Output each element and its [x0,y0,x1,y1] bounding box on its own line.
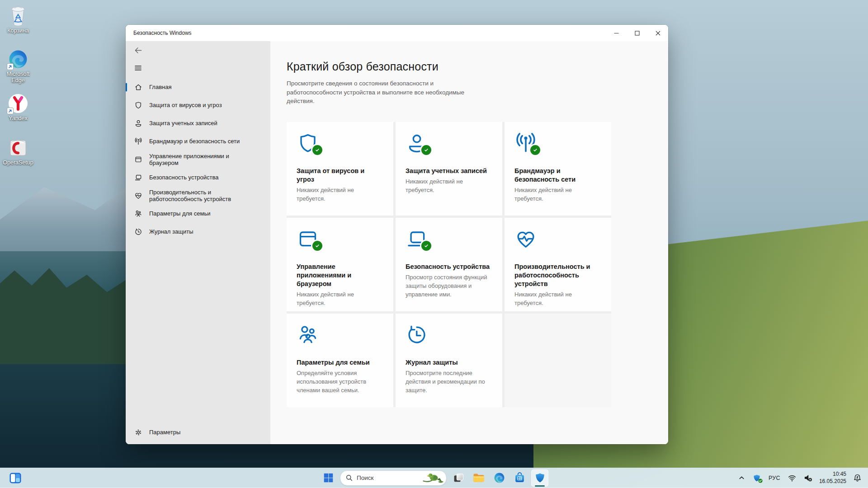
card-device-health[interactable]: Производительность и работоспособность у… [505,218,611,311]
main-content: Краткий обзор безопасности Просмотрите с… [270,41,668,444]
back-button[interactable] [130,43,146,57]
edge-icon [494,472,505,483]
sidebar-item-device-health[interactable]: Производительность и работоспособность у… [126,187,270,205]
card-app-browser-control[interactable]: Управление приложениями и браузером Ника… [287,218,393,311]
close-button[interactable] [647,25,668,41]
opera-setup-icon [8,137,28,158]
sidebar-item-label: Главная [149,84,171,90]
sidebar-item-label: Производительность и работоспособность у… [149,189,231,203]
taskbar-search-box[interactable]: Поиск [340,470,447,486]
sidebar-item-settings[interactable]: Параметры [126,423,270,441]
notifications-dnd-button[interactable] [850,469,864,487]
window-title: Безопасность Windows [126,30,192,36]
hamburger-menu-button[interactable] [130,61,146,75]
wifi-button[interactable] [785,469,799,487]
desktop-icon-recycle-bin[interactable]: Корзина [4,5,33,34]
device-laptop-icon [134,174,142,182]
microsoft-store-button[interactable] [511,469,528,487]
card-status: Никаких действий не требуется. [514,291,601,308]
desktop-icon-label: Microsoft Edge [7,71,30,84]
status-ok-check-icon [420,239,433,252]
sidebar-item-label: Управление приложениями и браузером [149,153,229,167]
sidebar-item-device-security[interactable]: Безопасность устройства [126,169,270,187]
sidebar: Главная Защита от вирусов и угроз Защита… [126,41,270,444]
card-title: Производительность и работоспособность у… [514,263,601,288]
card-title: Журнал защиты [406,358,492,367]
card-device-security[interactable]: Безопасность устройства Просмотр состоян… [396,218,502,311]
card-title: Брандмауэр и безопасность сети [514,167,601,184]
app-browser-icon [134,155,142,164]
tray-date: 16.05.2025 [819,478,846,485]
taskbar: Поиск [0,468,868,488]
card-protection-history[interactable]: Журнал защиты Просмотрите последние дейс… [396,314,502,407]
sidebar-item-home[interactable]: Главная [126,78,270,96]
search-highlight-bird-image [421,472,444,484]
card-title: Защита учетных записей [406,167,492,175]
sidebar-item-label: Параметры для семьи [149,210,210,217]
edge-browser-button[interactable] [491,469,508,487]
family-icon [134,210,142,218]
status-ok-check-icon [311,144,324,156]
windows-security-taskbar-button[interactable] [531,469,548,487]
sidebar-item-virus-threat-protection[interactable]: Защита от вирусов и угроз [126,96,270,114]
history-clock-icon [134,228,142,236]
file-explorer-button[interactable] [470,469,487,487]
maximize-button[interactable] [627,25,647,41]
shortcut-arrow-icon [7,63,14,70]
windows-start-icon [323,472,334,483]
sidebar-item-label: Параметры [149,429,180,436]
widgets-icon [9,472,22,484]
taskbar-center-icons: Поиск [320,469,548,487]
card-virus-threat-protection[interactable]: Защита от вирусов и угроз Никаких действ… [287,122,393,216]
desktop-icon-label: Корзина [7,28,29,34]
card-status: Просмотрите последние действия и рекомен… [406,369,492,395]
card-family-options[interactable]: Параметры для семьи Определяйте условия … [287,314,393,407]
sidebar-item-account-protection[interactable]: Защита учетных записей [126,114,270,132]
window-titlebar[interactable]: Безопасность Windows [126,25,668,41]
card-title: Управление приложениями и браузером [297,263,383,288]
virus-shield-icon [134,101,142,109]
chevron-up-icon [738,474,745,481]
search-placeholder: Поиск [357,474,417,481]
volume-muted-button[interactable] [801,469,815,487]
desktop-icon-opera-setup[interactable]: OperaSetup [4,137,33,166]
desktop-icon-label: OperaSetup [3,160,33,166]
status-ok-check-icon [758,479,763,483]
status-ok-check-icon [311,239,324,252]
sidebar-item-app-browser-control[interactable]: Управление приложениями и браузером [126,150,270,169]
status-ok-check-icon [420,144,433,156]
health-heart-icon [134,192,142,200]
desktop-icon-label: Yandex [9,115,27,122]
shortcut-arrow-icon [7,108,14,114]
notification-bell-dnd-icon [853,474,862,482]
card-firewall-network[interactable]: Брандмауэр и безопасность сети Никаких д… [505,122,611,216]
window-controls [606,25,668,41]
history-clock-icon [406,324,429,346]
tray-overflow-chevron-button[interactable] [736,469,748,487]
volume-muted-icon [804,474,812,482]
windows-security-window: Безопасность Windows Г [126,25,668,444]
page-title: Краткий обзор безопасности [287,60,668,73]
sidebar-item-label: Защита учетных записей [149,120,217,127]
gear-icon [134,428,142,436]
security-cards-grid: Защита от вирусов и угроз Никаких действ… [287,122,611,407]
desktop-icon-edge[interactable]: Microsoft Edge [4,49,33,84]
sidebar-item-firewall-network[interactable]: Брандмауэр и безопасность сети [126,132,270,150]
tray-security-status-button[interactable] [750,469,764,487]
task-view-icon [453,472,464,483]
sidebar-item-label: Журнал защиты [149,228,193,235]
sidebar-item-label: Безопасность устройства [149,174,219,181]
card-account-protection[interactable]: Защита учетных записей Никаких действий … [396,122,502,216]
desktop-icon-yandex[interactable]: Yandex [4,93,33,122]
sidebar-item-family-options[interactable]: Параметры для семьи [126,205,270,223]
start-button[interactable] [320,469,337,487]
taskbar-clock[interactable]: 10:45 16.05.2025 [817,471,848,485]
widgets-button[interactable] [6,469,24,487]
task-view-button[interactable] [450,469,467,487]
windows-security-shield-icon [534,472,546,483]
language-indicator[interactable]: РУС [766,469,783,487]
minimize-button[interactable] [606,25,627,41]
card-status: Никаких действий не требуется. [406,178,492,195]
sidebar-item-protection-history[interactable]: Журнал защиты [126,223,270,241]
tray-time: 10:45 [819,471,846,478]
